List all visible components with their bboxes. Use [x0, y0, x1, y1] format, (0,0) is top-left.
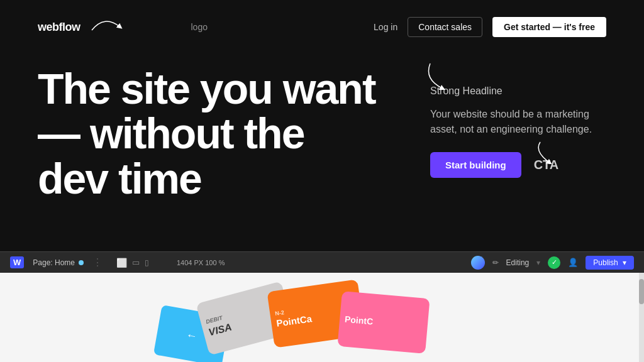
page-label: Page: Home: [33, 258, 75, 267]
device-icons: ⬜ ▭ ▯: [116, 258, 149, 268]
user-icon: 👤: [568, 258, 578, 267]
logo-arrow-svg: [86, 11, 148, 43]
card-pink: PointC: [337, 291, 430, 354]
publish-button[interactable]: Publish ▾: [586, 256, 634, 270]
separator: ⋮: [92, 256, 103, 268]
scrollbar[interactable]: [639, 273, 644, 362]
editing-label: Editing: [506, 258, 530, 267]
strong-headline-annotation: Strong Headline: [430, 85, 606, 97]
publish-status-dot: ✓: [548, 256, 560, 269]
pink-card-content: PointC: [345, 314, 423, 331]
hero-right: Strong Headline Your website should be a…: [430, 67, 606, 178]
page-status-dot: [79, 260, 84, 265]
nav-left: webflow logo: [38, 11, 208, 43]
scrollbar-thumb[interactable]: [639, 279, 644, 304]
hero-section: webflow logo Log in Contact sales Get st…: [0, 0, 644, 251]
editor-page-info: Page: Home: [33, 258, 84, 267]
pink-card-text: PointC: [345, 314, 423, 331]
hero-subheadline: Your website should be a marketing asset…: [430, 107, 606, 137]
pencil-icon: ✏: [492, 258, 499, 267]
webflow-icon: W: [10, 256, 24, 268]
nav-right: Log in Contact sales Get started — it's …: [374, 17, 606, 37]
hero-headline: The site you want — without the dev time: [38, 67, 377, 201]
get-started-button[interactable]: Get started — it's free: [492, 17, 606, 37]
logo-annotation: logo: [191, 22, 208, 32]
strong-headline-arrow: [411, 57, 462, 92]
start-building-button[interactable]: Start building: [430, 152, 521, 178]
editor-toolbar: W Page: Home ⋮ ⬜ ▭ ▯ 1404 PX 100 % ✏ Edi…: [0, 251, 644, 273]
desktop-icon[interactable]: ⬜: [116, 258, 127, 268]
card-container: ← DEBIT VISA N-2 PointCa PointC: [0, 273, 644, 362]
navbar: webflow logo Log in Contact sales Get st…: [38, 0, 606, 54]
publish-chevron: ▾: [623, 258, 626, 267]
logo-text: webflow: [38, 21, 80, 34]
login-button[interactable]: Log in: [374, 22, 397, 32]
user-avatar: [471, 256, 485, 270]
cta-annotation-group: CTA: [534, 158, 559, 172]
editor-right-controls: ✏ Editing ▾ ✓ 👤 Publish ▾: [471, 256, 634, 270]
tablet-icon[interactable]: ▭: [132, 258, 140, 267]
mobile-icon[interactable]: ▯: [145, 258, 149, 267]
contact-sales-button[interactable]: Contact sales: [408, 17, 482, 37]
hero-body: The site you want — without the dev time…: [38, 54, 606, 201]
editing-chevron[interactable]: ▾: [536, 258, 540, 267]
dimensions-display: 1404 PX 100 %: [177, 259, 225, 266]
publish-label: Publish: [593, 258, 618, 267]
hero-left: The site you want — without the dev time: [38, 67, 377, 201]
cta-row: Start building CTA: [430, 152, 606, 178]
arrow-icon: ←: [185, 328, 198, 343]
cta-arrow: [528, 139, 572, 164]
preview-area: ← DEBIT VISA N-2 PointCa PointC: [0, 273, 644, 362]
